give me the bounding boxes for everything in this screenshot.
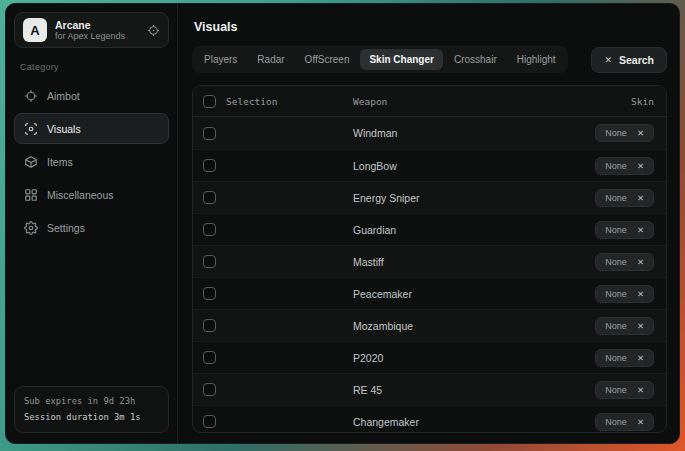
clear-skin-x-icon[interactable]: ✕ [637,289,644,299]
weapon-name: LongBow [353,160,595,172]
sidebar-item-miscellaneous[interactable]: Miscellaneous [14,179,169,210]
skin-table: Selection Weapon Skin Windman None ✕ [192,85,667,433]
target-icon[interactable] [147,24,160,37]
tab-radar[interactable]: Radar [248,49,293,70]
tab-crosshair[interactable]: Crosshair [445,49,506,70]
weapon-name: Changemaker [353,416,595,428]
weapon-name: P2020 [353,352,595,364]
tab-highlight[interactable]: Highlight [508,49,565,70]
row-checkbox[interactable] [203,159,216,172]
package-icon [23,154,38,169]
select-all-checkbox[interactable] [203,95,216,108]
weapon-name: Energy Sniper [353,192,595,204]
skin-badge[interactable]: None ✕ [595,285,654,303]
clear-skin-x-icon[interactable]: ✕ [637,161,644,171]
brand-card: A Arcane for Apex Legends [14,12,169,48]
skin-badge[interactable]: None ✕ [595,413,654,431]
skin-value: None [605,385,627,395]
sidebar-item-settings[interactable]: Settings [14,212,169,243]
table-row[interactable]: Guardian None ✕ [193,213,666,245]
table-row[interactable]: LongBow None ✕ [193,149,666,181]
sidebar-item-label: Settings [47,222,85,234]
gear-icon [23,220,38,235]
weapon-name: Mastiff [353,256,595,268]
app-subtitle: for Apex Legends [55,31,139,41]
table-row[interactable]: RE 45 None ✕ [193,373,666,405]
app-name: Arcane [55,19,139,31]
skin-value: None [605,193,627,203]
row-checkbox[interactable] [203,127,216,140]
skin-value: None [605,289,627,299]
row-checkbox[interactable] [203,415,216,428]
skin-value: None [605,257,627,267]
skin-badge[interactable]: None ✕ [595,349,654,367]
skin-badge[interactable]: None ✕ [595,124,654,142]
app-window: A Arcane for Apex Legends Category [5,3,680,444]
skin-badge[interactable]: None ✕ [595,221,654,239]
weapon-name: Mozambique [353,320,595,332]
clear-skin-x-icon[interactable]: ✕ [637,385,644,395]
sidebar-nav: Aimbot Visuals Items Miscellaneous [14,80,169,243]
sidebar: A Arcane for Apex Legends Category [6,4,178,443]
weapon-column-header: Weapon [353,96,631,107]
sidebar-item-items[interactable]: Items [14,146,169,177]
clear-skin-x-icon[interactable]: ✕ [637,257,644,267]
row-checkbox[interactable] [203,255,216,268]
session-duration-text: Session duration 3m 1s [24,410,159,425]
tab-players[interactable]: Players [195,49,246,70]
table-row[interactable]: Mozambique None ✕ [193,309,666,341]
selection-column-header: Selection [226,96,277,107]
table-row[interactable]: Windman None ✕ [193,117,666,149]
sidebar-item-aimbot[interactable]: Aimbot [14,80,169,111]
table-row[interactable]: Changemaker None ✕ [193,405,666,433]
sidebar-item-label: Aimbot [47,90,80,102]
clear-skin-x-icon[interactable]: ✕ [637,353,644,363]
skin-badge[interactable]: None ✕ [595,189,654,207]
weapon-name: Windman [353,127,595,139]
table-header-row: Selection Weapon Skin [193,86,666,117]
skin-column-header: Skin [631,96,654,107]
skin-value: None [605,128,627,138]
row-checkbox[interactable] [203,287,216,300]
table-row[interactable]: P2020 None ✕ [193,341,666,373]
category-label: Category [20,62,169,72]
table-row[interactable]: Energy Sniper None ✕ [193,181,666,213]
session-info-card: Sub expires in 9d 23h Session duration 3… [14,386,169,433]
skin-value: None [605,321,627,331]
skin-badge[interactable]: None ✕ [595,317,654,335]
weapon-name: RE 45 [353,384,595,396]
skin-value: None [605,161,627,171]
tab-offscreen[interactable]: OffScreen [296,49,359,70]
sidebar-item-label: Items [47,156,73,168]
sidebar-item-label: Visuals [47,123,81,135]
row-checkbox[interactable] [203,319,216,332]
table-row[interactable]: Peacemaker None ✕ [193,277,666,309]
search-button[interactable]: ✕ Search [591,47,667,73]
skin-badge[interactable]: None ✕ [595,157,654,175]
weapon-name: Guardian [353,224,595,236]
x-icon: ✕ [604,55,612,65]
main-panel: Visuals Players Radar OffScreen Skin Cha… [178,4,679,443]
grid-icon [23,187,38,202]
tab-skin-changer[interactable]: Skin Changer [360,49,442,70]
skin-badge[interactable]: None ✕ [595,253,654,271]
row-checkbox[interactable] [203,191,216,204]
table-row[interactable]: Mastiff None ✕ [193,245,666,277]
clear-skin-x-icon[interactable]: ✕ [637,417,644,427]
skin-badge[interactable]: None ✕ [595,381,654,399]
row-checkbox[interactable] [203,223,216,236]
page-title: Visuals [194,20,667,34]
clear-skin-x-icon[interactable]: ✕ [637,128,644,138]
clear-skin-x-icon[interactable]: ✕ [637,225,644,235]
skin-value: None [605,417,627,427]
clear-skin-x-icon[interactable]: ✕ [637,321,644,331]
row-checkbox[interactable] [203,351,216,364]
sidebar-item-visuals[interactable]: Visuals [14,113,169,144]
row-checkbox[interactable] [203,383,216,396]
sidebar-item-label: Miscellaneous [47,189,114,201]
scan-eye-icon [23,121,38,136]
clear-skin-x-icon[interactable]: ✕ [637,193,644,203]
crosshair-icon [23,88,38,103]
sub-expires-text: Sub expires in 9d 23h [24,394,159,409]
table-body: Windman None ✕ LongBow None [193,117,666,433]
